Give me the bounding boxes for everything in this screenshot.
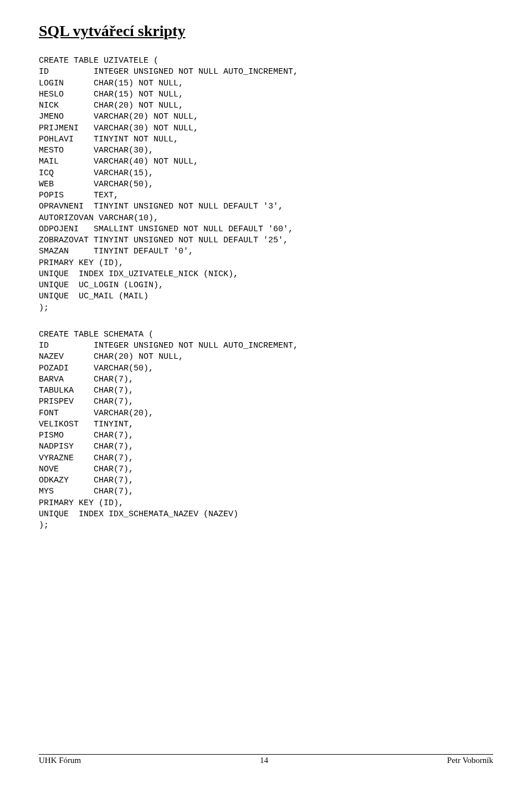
sql-code-block-1: CREATE TABLE UZIVATELE ( ID INTEGER UNSI… — [39, 55, 493, 314]
sql-code-block-2: CREATE TABLE SCHEMATA ( ID INTEGER UNSIG… — [39, 329, 493, 532]
page-footer: UHK Fórum 14 Petr Voborník — [39, 754, 493, 765]
footer-left: UHK Fórum — [39, 756, 81, 765]
page: SQL vytvářecí skripty CREATE TABLE UZIVA… — [0, 0, 532, 776]
footer-right: Petr Voborník — [447, 756, 493, 765]
page-title: SQL vytvářecí skripty — [39, 22, 493, 40]
footer-page-number: 14 — [260, 756, 268, 765]
